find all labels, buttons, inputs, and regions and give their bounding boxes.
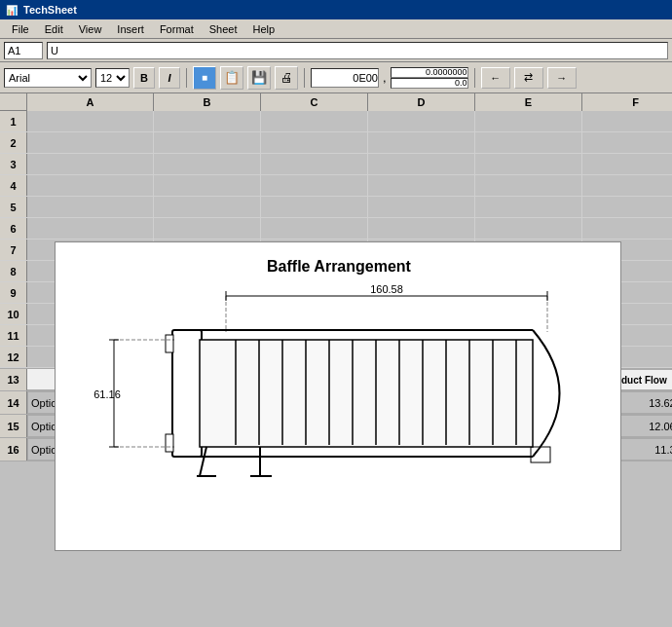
height-label: 61.16 <box>93 388 121 400</box>
row-num-2: 2 <box>0 132 27 153</box>
cell-d2[interactable] <box>368 132 475 153</box>
cell-b6[interactable] <box>154 218 261 239</box>
row-num-14: 14 <box>0 391 27 414</box>
cell-f2[interactable] <box>582 132 672 153</box>
col-header-f[interactable]: F <box>582 93 672 111</box>
cell-c2[interactable] <box>261 132 368 153</box>
col-header-d[interactable]: D <box>368 93 475 111</box>
menu-help[interactable]: Help <box>244 21 282 37</box>
cell-d3[interactable] <box>368 154 475 174</box>
cell-a6[interactable] <box>27 218 154 239</box>
cell-c6[interactable] <box>261 218 368 239</box>
cell-a1[interactable] <box>27 111 154 131</box>
back-button[interactable]: ← <box>481 67 510 89</box>
row-num-15: 15 <box>0 415 27 437</box>
font-select[interactable]: Arial <box>4 68 92 88</box>
menu-view[interactable]: View <box>71 21 110 37</box>
cell-e2[interactable] <box>475 132 582 153</box>
table-row: 4 <box>0 175 672 197</box>
cell-f6[interactable] <box>582 218 672 239</box>
app-icon: 📊 <box>6 5 18 16</box>
cell-d1[interactable] <box>368 111 475 131</box>
spreadsheet-container: A B C D E F 1 2 3 <box>0 93 672 461</box>
menu-file[interactable]: File <box>4 21 37 37</box>
row-num-7: 7 <box>0 240 27 260</box>
decimal-input-top[interactable] <box>391 67 468 78</box>
cell-c5[interactable] <box>261 197 368 217</box>
cell-d6[interactable] <box>368 218 475 239</box>
cell-c4[interactable] <box>261 175 368 196</box>
sci-notation-input[interactable] <box>311 68 379 88</box>
val-f16: 11.3 <box>654 444 672 456</box>
title-bar: 📊 TechSheet <box>0 0 672 19</box>
corner-header <box>0 93 27 110</box>
cell-b3[interactable] <box>154 154 261 174</box>
svg-rect-9 <box>200 340 533 447</box>
cell-a4[interactable] <box>27 175 154 196</box>
cell-a5[interactable] <box>27 197 154 217</box>
separator-2 <box>304 68 305 88</box>
row-num-9: 9 <box>0 282 27 303</box>
italic-button[interactable]: I <box>159 67 180 89</box>
svg-rect-3 <box>172 330 202 457</box>
cell-f5[interactable] <box>582 197 672 217</box>
cell-f4[interactable] <box>582 175 672 196</box>
row-num-4: 4 <box>0 175 27 196</box>
column-headers: A B C D E F <box>0 93 672 111</box>
table-row: 6 <box>0 218 672 240</box>
swap-button[interactable]: ⇄ <box>514 67 543 89</box>
save-button[interactable]: 💾 <box>247 66 271 90</box>
row-num-13: 13 <box>0 369 27 390</box>
formula-input[interactable] <box>47 42 668 59</box>
paste-button[interactable]: 📋 <box>220 66 243 90</box>
menu-format[interactable]: Format <box>152 21 202 37</box>
menu-insert[interactable]: Insert <box>109 21 152 37</box>
cell-a2[interactable] <box>27 132 154 153</box>
table-row: 2 <box>0 132 672 154</box>
cell-e3[interactable] <box>475 154 582 174</box>
row-num-5: 5 <box>0 197 27 217</box>
cell-d5[interactable] <box>368 197 475 217</box>
cell-e4[interactable] <box>475 175 582 196</box>
cell-e5[interactable] <box>475 197 582 217</box>
svg-rect-7 <box>166 434 173 452</box>
app-title: TechSheet <box>23 4 77 16</box>
menu-bar: File Edit View Insert Format Sheet Help <box>0 19 672 39</box>
bold-button[interactable]: B <box>133 67 155 89</box>
font-size-select[interactable]: 12 <box>95 68 130 88</box>
row-num-10: 10 <box>0 304 27 324</box>
forward-button[interactable]: → <box>547 67 577 89</box>
table-row: 5 <box>0 197 672 218</box>
color-button[interactable]: ■ <box>193 66 216 90</box>
col-header-a[interactable]: A <box>27 93 154 111</box>
diagram-overlay: Baffle Arrangement 160.58 <box>55 241 621 551</box>
cell-c1[interactable] <box>261 111 368 131</box>
cell-b4[interactable] <box>154 175 261 196</box>
comma-separator: , <box>383 70 387 85</box>
svg-rect-6 <box>166 335 173 352</box>
row-num-16: 16 <box>0 438 27 461</box>
decimal-input-bottom[interactable] <box>391 78 468 89</box>
cell-f1[interactable] <box>582 111 672 131</box>
print-button[interactable]: 🖨 <box>275 66 298 90</box>
row-num-6: 6 <box>0 218 27 239</box>
width-label: 160.58 <box>370 283 403 295</box>
cell-f3[interactable] <box>582 154 672 174</box>
val-f14: 13.62 <box>649 397 672 409</box>
col-header-c[interactable]: C <box>261 93 368 111</box>
menu-sheet[interactable]: Sheet <box>202 21 245 37</box>
cell-e6[interactable] <box>475 218 582 239</box>
separator-1 <box>186 68 187 88</box>
col-header-b[interactable]: B <box>154 93 261 111</box>
cell-c3[interactable] <box>261 154 368 174</box>
col-header-e[interactable]: E <box>475 93 582 111</box>
cell-b1[interactable] <box>154 111 261 131</box>
cell-b2[interactable] <box>154 132 261 153</box>
cell-b5[interactable] <box>154 197 261 217</box>
cell-reference-input[interactable] <box>4 42 43 59</box>
cell-d4[interactable] <box>368 175 475 196</box>
cell-e1[interactable] <box>475 111 582 131</box>
cell-a3[interactable] <box>27 154 154 174</box>
diagram-title: Baffle Arrangement <box>267 258 412 275</box>
menu-edit[interactable]: Edit <box>37 21 71 37</box>
